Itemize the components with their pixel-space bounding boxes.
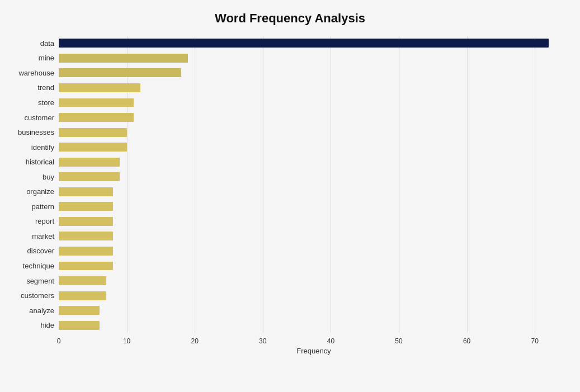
- bar: [59, 128, 127, 137]
- x-tick: 30: [259, 337, 266, 345]
- bar-row: [59, 184, 569, 199]
- y-label: technique: [23, 258, 54, 273]
- y-label: hide: [40, 318, 54, 333]
- y-label: mine: [39, 51, 54, 66]
- bar: [59, 98, 134, 107]
- y-label: pattern: [32, 199, 54, 214]
- plot-area: 010203040506070 Frequency: [59, 36, 569, 350]
- y-label: data: [40, 36, 54, 51]
- chart-area: dataminewarehousetrendstorecustomerbusin…: [11, 36, 569, 350]
- bar-row: [59, 169, 569, 185]
- y-label: market: [32, 229, 54, 244]
- bar-row: [59, 36, 569, 51]
- bar-row: [59, 288, 569, 303]
- bars-container: [59, 36, 569, 333]
- y-label: report: [35, 214, 54, 229]
- chart-title: Word Frequency Analysis: [11, 11, 569, 26]
- bar: [59, 247, 113, 256]
- bar-row: [59, 199, 569, 214]
- bar: [59, 276, 106, 285]
- bar: [59, 232, 113, 240]
- bar: [59, 143, 127, 152]
- y-label: discover: [27, 244, 54, 259]
- bar-row: [59, 65, 569, 81]
- chart-container: Word Frequency Analysis dataminewarehous…: [0, 0, 580, 392]
- y-label: segment: [26, 273, 54, 289]
- bar: [59, 187, 113, 196]
- bar-row: [59, 154, 569, 169]
- y-label: businesses: [18, 125, 54, 140]
- bar-row: [59, 81, 569, 96]
- y-axis-labels: dataminewarehousetrendstorecustomerbusin…: [11, 36, 59, 350]
- bars-and-grid: 010203040506070 Frequency: [59, 36, 569, 350]
- bar-row: [59, 125, 569, 140]
- bar: [59, 113, 134, 122]
- bar: [59, 291, 106, 300]
- y-label: store: [38, 95, 54, 110]
- x-tick: 70: [531, 337, 539, 345]
- bar-row: [59, 140, 569, 155]
- bar: [59, 321, 100, 330]
- x-tick: 0: [57, 337, 61, 345]
- bar-row: [59, 51, 569, 66]
- y-label: organize: [26, 184, 54, 199]
- x-tick: 10: [123, 337, 130, 345]
- bar-row: [59, 318, 569, 333]
- bar: [59, 83, 140, 92]
- bar-row: [59, 95, 569, 110]
- bar: [59, 262, 113, 271]
- y-label: customers: [21, 288, 54, 303]
- bar-row: [59, 303, 569, 318]
- x-tick: 20: [191, 337, 199, 345]
- bar-row: [59, 244, 569, 259]
- bar-row: [59, 110, 569, 125]
- x-tick: 60: [463, 337, 470, 345]
- bar-row: [59, 229, 569, 244]
- y-label: customer: [25, 110, 54, 125]
- bar: [59, 202, 113, 211]
- x-tick: 40: [327, 337, 334, 345]
- y-label: analyze: [29, 303, 54, 318]
- x-tick: 50: [395, 337, 402, 345]
- bar: [59, 68, 181, 77]
- bar: [59, 306, 100, 315]
- y-label: historical: [26, 154, 54, 169]
- bar: [59, 172, 120, 181]
- bar-row: [59, 273, 569, 289]
- bar: [59, 39, 549, 48]
- bar: [59, 158, 120, 167]
- bar: [59, 54, 188, 63]
- y-label: buy: [43, 169, 54, 185]
- y-label: warehouse: [18, 65, 54, 81]
- bar-row: [59, 214, 569, 229]
- y-label: identify: [31, 140, 54, 155]
- x-axis-title: Frequency: [59, 347, 569, 355]
- y-label: trend: [37, 81, 54, 96]
- bar: [59, 217, 113, 226]
- bar-row: [59, 258, 569, 273]
